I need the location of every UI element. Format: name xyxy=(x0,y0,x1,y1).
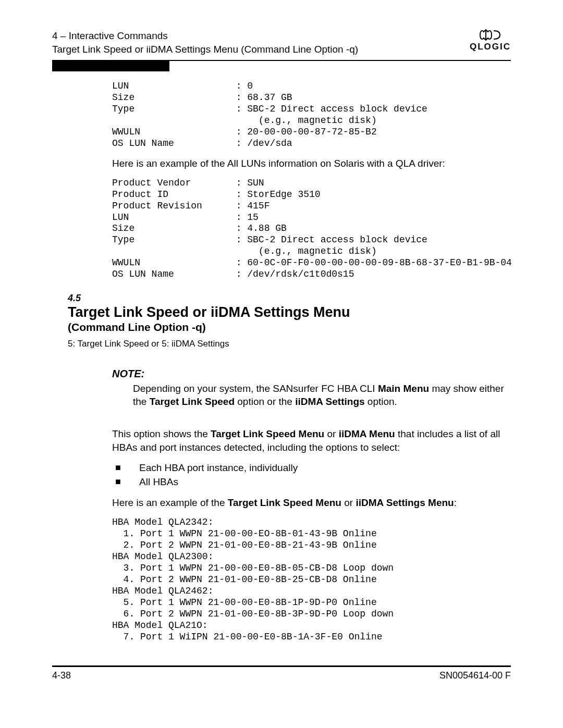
section-subtitle: (Command Line Option -q) xyxy=(68,321,511,334)
paragraph-example-intro: Here is an example of the Target Link Sp… xyxy=(112,496,511,510)
header-tab xyxy=(52,61,169,71)
note-bold: iiDMA Settings xyxy=(295,396,364,407)
qlogic-symbol-icon xyxy=(478,29,502,41)
code-block-solaris-lun: Product Vendor : SUN Product ID : StorEd… xyxy=(112,178,511,281)
body-bold: iiDMA Settings Menu xyxy=(356,497,454,508)
code-block-hba-menu: HBA Model QLA2342: 1. Port 1 WWPN 21-00-… xyxy=(112,517,511,643)
footer-rule xyxy=(52,665,511,667)
section-description: 5: Target Link Speed or 5: iiDMA Setting… xyxy=(68,339,511,349)
doc-id: SN0054614-00 F xyxy=(439,670,511,681)
header-text: 4 – Interactive Commands Target Link Spe… xyxy=(52,29,358,56)
paragraph-solaris-intro: Here is an example of the All LUNs infor… xyxy=(112,157,511,170)
note-label: NOTE: xyxy=(112,368,511,380)
option-list: Each HBA port instance, individually All… xyxy=(112,461,511,489)
body-text: or xyxy=(341,497,356,508)
body-bold: iiDMA Menu xyxy=(339,428,395,439)
list-item: Each HBA port instance, individually xyxy=(112,461,511,475)
note-text: option or the xyxy=(235,396,295,407)
note-text: option. xyxy=(365,396,397,407)
chapter-subtitle: Target Link Speed or iiDMA Settings Menu… xyxy=(52,43,358,56)
chapter-label: 4 – Interactive Commands xyxy=(52,29,358,43)
note-bold: Main Menu xyxy=(378,383,429,394)
body-text: or xyxy=(324,428,338,439)
note-bold: Target Link Speed xyxy=(150,396,235,407)
list-item: All HBAs xyxy=(112,475,511,489)
body-bold: Target Link Speed Menu xyxy=(211,428,324,439)
code-block-lun-info: LUN : 0 Size : 68.37 GB Type : SBC-2 Dir… xyxy=(112,81,511,150)
brand-logo: QLOGIC xyxy=(470,29,511,52)
body-bold: Target Link Speed Menu xyxy=(228,497,341,508)
section-number: 4.5 xyxy=(68,293,511,304)
body-text: Here is an example of the xyxy=(112,497,228,508)
brand-name: QLOGIC xyxy=(470,42,511,52)
body-text: This option shows the xyxy=(112,428,211,439)
body-text: : xyxy=(454,497,457,508)
page-number: 4-38 xyxy=(52,670,71,681)
note-body: Depending on your system, the SANsurfer … xyxy=(133,382,511,409)
page-header: 4 – Interactive Commands Target Link Spe… xyxy=(52,29,511,56)
section-title: Target Link Speed or iiDMA Settings Menu xyxy=(68,304,511,320)
note-text: Depending on your system, the SANsurfer … xyxy=(133,383,378,394)
paragraph-option-desc: This option shows the Target Link Speed … xyxy=(112,427,511,454)
page-footer: 4-38 SN0054614-00 F xyxy=(52,670,511,681)
